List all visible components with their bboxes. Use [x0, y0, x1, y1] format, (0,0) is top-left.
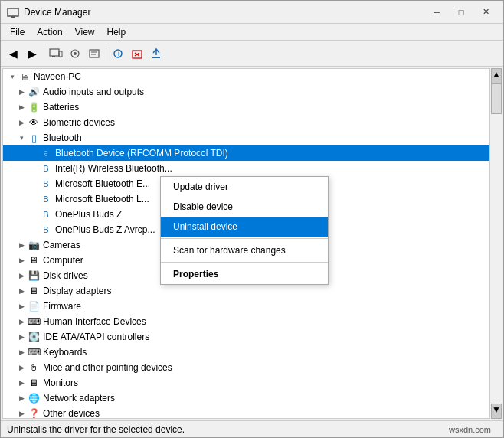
devices-button[interactable]	[47, 44, 65, 63]
display-expander[interactable]: ▶	[15, 285, 28, 297]
tree-audio[interactable]: ▶ 🔊 Audio inputs and outputs	[3, 84, 501, 100]
scrollbar-up-arrow[interactable]: ▲	[491, 68, 502, 83]
svg-rect-0	[8, 8, 18, 16]
monitors-expander[interactable]: ▶	[15, 377, 28, 389]
monitors-label: Monitors	[43, 378, 78, 388]
ms-bt-l-icon: B	[40, 193, 52, 205]
other-expander[interactable]: ▶	[15, 407, 28, 419]
properties-toolbar-button[interactable]	[85, 44, 103, 63]
bluetooth-expander[interactable]: ▾	[15, 132, 28, 144]
tree-firmware[interactable]: ▶ 📄 Firmware	[3, 299, 501, 314]
bt-rfcomm-expander	[28, 147, 40, 159]
tree-monitors[interactable]: ▶ 🖥 Monitors	[3, 375, 501, 391]
scrollbar-down-arrow[interactable]: ▼	[491, 404, 502, 419]
computer-expander[interactable]: ▶	[15, 254, 28, 266]
hid-expander[interactable]: ▶	[15, 315, 28, 328]
intel-bt-label: Intel(R) Wireless Bluetooth...	[55, 163, 172, 174]
tree-bt-rfcomm[interactable]: 𐐀 Bluetooth Device (RFCOMM Protocol TDI)	[3, 145, 501, 161]
tree-bluetooth[interactable]: ▾ ▯ Bluetooth	[3, 130, 501, 145]
back-button[interactable]: ◀	[4, 44, 22, 63]
batteries-icon: 🔋	[28, 101, 40, 113]
tree-mice[interactable]: ▶ 🖱 Mice and other pointing devices	[3, 360, 501, 375]
biometric-expander[interactable]: ▶	[15, 116, 28, 129]
toolbar: ◀ ▶	[1, 41, 503, 67]
tree-hid[interactable]: ▶ ⌨ Human Interface Devices	[3, 314, 501, 329]
ctx-disable-device[interactable]: Disable device	[161, 197, 328, 217]
ctx-update-driver[interactable]: Update driver	[161, 177, 328, 197]
device-tree-panel[interactable]: ▾ 🖥 Naveen-PC ▶ 🔊 Audio inputs and outpu…	[2, 68, 502, 419]
bt-rfcomm-icon: 𐐀	[40, 147, 52, 159]
close-button[interactable]: ✕	[474, 5, 497, 20]
main-content: ▾ 🖥 Naveen-PC ▶ 🔊 Audio inputs and outpu…	[1, 67, 503, 420]
network-icon: 🌐	[28, 392, 40, 404]
ms-bt-l-expander	[28, 193, 40, 205]
tree-intel-bt[interactable]: B Intel(R) Wireless Bluetooth...	[3, 161, 501, 176]
scrollbar-track[interactable]: ▲ ▼	[489, 68, 502, 419]
tree-biometric[interactable]: ▶ 👁 Biometric devices	[3, 115, 501, 130]
uninstall-button[interactable]	[128, 44, 146, 63]
app-icon	[7, 6, 19, 18]
scrollbar-thumb[interactable]	[491, 83, 502, 114]
show-button[interactable]	[66, 44, 84, 63]
keyboards-expander[interactable]: ▶	[15, 346, 28, 358]
update-button[interactable]	[147, 44, 165, 63]
tree-batteries[interactable]: ▶ 🔋 Batteries	[3, 100, 501, 115]
svg-rect-1	[11, 16, 15, 18]
tree-keyboards[interactable]: ▶ ⌨ Keyboards	[3, 345, 501, 360]
ctx-uninstall-device[interactable]: Uninstall device	[161, 217, 328, 237]
ms-bt-l-label: Microsoft Bluetooth L...	[55, 194, 149, 204]
firmware-icon: 📄	[28, 300, 40, 312]
biometric-label: Biometric devices	[43, 117, 115, 128]
menu-action[interactable]: Action	[31, 25, 68, 39]
minimize-button[interactable]: ─	[425, 5, 448, 20]
tree-other[interactable]: ▶ ❓ Other devices	[3, 406, 501, 419]
disk-expander[interactable]: ▶	[15, 270, 28, 282]
menu-view[interactable]: View	[69, 25, 101, 39]
tree-display[interactable]: ▶ 🖥 Display adapters	[3, 283, 501, 299]
svg-rect-16	[152, 57, 160, 58]
monitors-icon: 🖥	[28, 377, 40, 389]
ms-bt-e-icon: B	[40, 178, 52, 190]
cameras-label: Cameras	[43, 240, 80, 250]
root-label: Naveen-PC	[34, 71, 81, 82]
keyboards-label: Keyboards	[43, 347, 87, 358]
forward-button[interactable]: ▶	[23, 44, 41, 63]
audio-label: Audio inputs and outputs	[43, 87, 144, 97]
menu-file[interactable]: File	[4, 25, 31, 39]
svg-rect-5	[60, 57, 61, 57]
separator-1	[44, 46, 44, 61]
network-expander[interactable]: ▶	[15, 392, 28, 404]
mice-expander[interactable]: ▶	[15, 361, 28, 374]
batteries-expander[interactable]: ▶	[15, 101, 28, 113]
scan-button[interactable]: +	[109, 44, 127, 63]
intel-bt-expander	[28, 162, 40, 175]
svg-text:+: +	[116, 50, 121, 58]
intel-bt-icon: B	[40, 162, 52, 175]
menu-help[interactable]: Help	[101, 25, 133, 39]
svg-rect-2	[50, 49, 59, 56]
batteries-label: Batteries	[43, 102, 79, 113]
tree-network[interactable]: ▶ 🌐 Network adapters	[3, 391, 501, 406]
audio-expander[interactable]: ▶	[15, 86, 28, 98]
bluetooth-label: Bluetooth	[43, 132, 82, 143]
oneplus-z-label: OnePlus Buds Z	[55, 209, 122, 220]
tree-ide[interactable]: ▶ 💽 IDE ATA/ATAPI controllers	[3, 329, 501, 345]
status-bar: Uninstalls the driver for the selected d…	[1, 420, 503, 437]
tree-root[interactable]: ▾ 🖥 Naveen-PC	[3, 69, 501, 84]
oneplus-avrcp-icon: B	[40, 224, 52, 236]
display-icon: 🖥	[28, 285, 40, 297]
firmware-expander[interactable]: ▶	[15, 300, 28, 312]
firmware-label: Firmware	[43, 301, 81, 312]
oneplus-z-icon: B	[40, 208, 52, 221]
ide-expander[interactable]: ▶	[15, 331, 28, 343]
maximize-button[interactable]: □	[450, 5, 473, 20]
computer-icon: 🖥	[28, 254, 40, 266]
network-label: Network adapters	[43, 393, 115, 404]
cameras-expander[interactable]: ▶	[15, 239, 28, 251]
ctx-properties[interactable]: Properties	[161, 264, 328, 284]
ms-bt-e-expander	[28, 178, 40, 190]
computer-label: Computer	[43, 255, 83, 266]
status-message: Uninstalls the driver for the selected d…	[7, 424, 449, 435]
ctx-scan-hardware[interactable]: Scan for hardware changes	[161, 240, 328, 260]
root-expander[interactable]: ▾	[6, 70, 18, 83]
